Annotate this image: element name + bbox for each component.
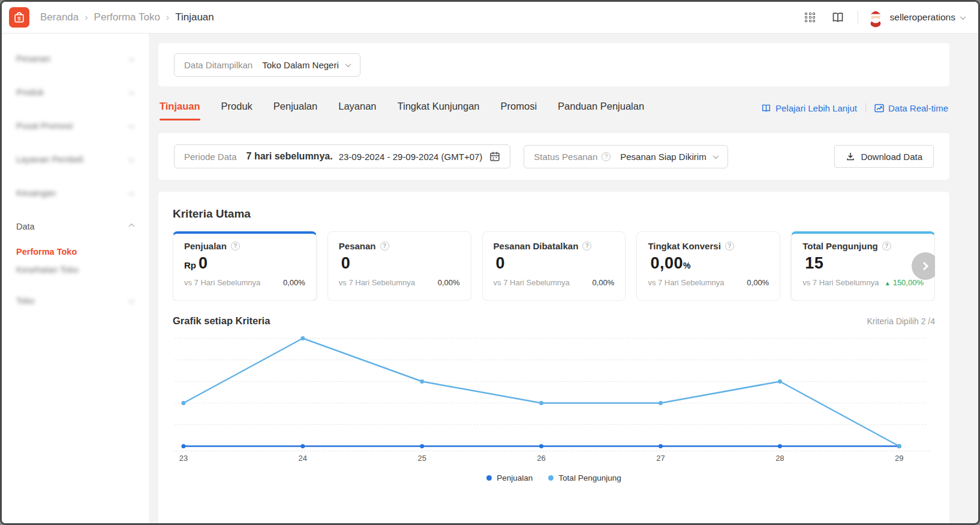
- metric-card[interactable]: Penjualan Rp0 vs 7 Hari Sebelumnya0,00%: [173, 231, 317, 301]
- metric-change: 0,00%: [747, 278, 769, 287]
- criteria-chart-svg: 23242526272829: [173, 330, 935, 465]
- svg-text:23: 23: [179, 454, 188, 463]
- metric-compare-label: vs 7 Hari Sebelumnya: [648, 278, 724, 287]
- help-question-icon[interactable]: [882, 242, 891, 251]
- chevron-down-icon: [128, 297, 134, 303]
- metric-compare-label: vs 7 Hari Sebelumnya: [494, 278, 570, 287]
- sidebar-item-label: Pesanan: [16, 54, 50, 64]
- tab-tingkat-kunjungan[interactable]: Tingkat Kunjungan: [398, 101, 480, 120]
- svg-text:29: 29: [895, 454, 903, 463]
- metric-label: Tingkat Konversi: [648, 241, 720, 251]
- sidebar-item-label: Layanan Pembeli: [16, 155, 83, 164]
- period-data-picker[interactable]: Periode Data 7 hari sebelumnya. 23-09-20…: [174, 144, 510, 168]
- help-question-icon[interactable]: [602, 152, 611, 161]
- avatar: [867, 7, 885, 28]
- data-displayed-select[interactable]: Data Ditampilkan Toko Dalam Negeri: [174, 53, 360, 77]
- sidebar-nav: Pesanan Produk Pusat Promosi Layanan Pem…: [2, 34, 149, 523]
- help-question-icon[interactable]: [582, 242, 591, 251]
- sidebar-item-data[interactable]: Data: [2, 210, 149, 243]
- sidebar-item-pesanan[interactable]: Pesanan: [2, 42, 149, 76]
- period-preset: 7 hari sebelumnya.: [246, 151, 333, 162]
- sidebar-item-keuangan[interactable]: Keuangan: [2, 176, 149, 210]
- criteria-card: Kriteria Utama Penjualan Rp0 vs 7 Hari S…: [158, 192, 949, 523]
- sidebar-item-toko[interactable]: Toko: [2, 284, 149, 318]
- svg-text:26: 26: [537, 454, 545, 463]
- breadcrumb-item-home[interactable]: Beranda: [40, 11, 79, 23]
- metric-label: Pesanan Dibatalkan: [494, 241, 579, 251]
- metric-card[interactable]: Pesanan 0 vs 7 Hari Sebelumnya0,00%: [327, 231, 471, 301]
- download-data-button[interactable]: Download Data: [834, 145, 934, 168]
- legend-item-total-pengunjung[interactable]: Total Pengunjung: [548, 473, 621, 482]
- education-book-icon[interactable]: [829, 8, 847, 26]
- metric-cards-row: Penjualan Rp0 vs 7 Hari Sebelumnya0,00% …: [173, 231, 935, 301]
- order-status-value: Pesanan Siap Dikirim: [620, 152, 706, 162]
- sidebar-item-kesehatan-toko[interactable]: Kesehatan Toko: [2, 261, 149, 279]
- main-content: Data Ditampilkan Toko Dalam Negeri Tinja…: [149, 34, 978, 523]
- breadcrumb-item-performa-toko[interactable]: Performa Toko: [94, 11, 160, 23]
- sidebar-item-produk[interactable]: Produk: [2, 76, 149, 109]
- shopee-bag-icon: S: [11, 10, 27, 25]
- learn-more-link[interactable]: Pelajari Lebih Lanjut: [761, 103, 857, 113]
- download-icon: [846, 152, 855, 161]
- metric-card[interactable]: Tingkat Konversi 0,00% vs 7 Hari Sebelum…: [636, 231, 780, 301]
- tab-penjualan[interactable]: Penjualan: [273, 101, 317, 120]
- metric-compare-label: vs 7 Hari Sebelumnya: [339, 278, 415, 287]
- sidebar-item-pusat-promosi[interactable]: Pusat Promosi: [2, 109, 149, 143]
- sidebar-item-label: Toko: [16, 296, 35, 306]
- legend-label: Total Pengunjung: [558, 473, 621, 482]
- carousel-next-button[interactable]: [912, 252, 935, 280]
- legend-item-penjualan[interactable]: Penjualan: [486, 473, 533, 482]
- order-status-select[interactable]: Status Pesanan Pesanan Siap Dikirim: [524, 145, 728, 168]
- chart-legend: Penjualan Total Pengunjung: [173, 473, 935, 498]
- help-question-icon[interactable]: [380, 242, 389, 251]
- order-status-label: Status Pesanan: [534, 152, 597, 162]
- metric-compare-label: vs 7 Hari Sebelumnya: [184, 278, 260, 287]
- sidebar-item-label: Pusat Promosi: [16, 121, 73, 131]
- tab-produk[interactable]: Produk: [221, 101, 252, 120]
- learn-more-label: Pelajari Lebih Lanjut: [775, 103, 857, 113]
- metric-label: Pesanan: [339, 241, 376, 251]
- criteria-chart: 23242526272829: [173, 330, 935, 465]
- chevron-down-icon: [128, 122, 134, 128]
- chevron-down-icon: [128, 55, 134, 61]
- legend-dot-icon: [548, 475, 554, 481]
- apps-grid-icon[interactable]: [801, 8, 819, 26]
- shopee-logo-icon[interactable]: S: [9, 7, 29, 28]
- metric-change: 0,00%: [283, 278, 305, 287]
- sidebar-item-label: Produk: [16, 88, 44, 97]
- chevron-down-icon: [345, 61, 351, 67]
- account-menu[interactable]: selleroperations: [867, 7, 965, 28]
- realtime-data-link[interactable]: Data Real-time: [874, 103, 948, 113]
- open-book-icon: [761, 104, 771, 113]
- sidebar-item-layanan-pembeli[interactable]: Layanan Pembeli: [2, 143, 149, 176]
- svg-text:25: 25: [417, 454, 426, 463]
- metric-change: 150,00%: [885, 278, 924, 287]
- metric-value: 0: [496, 254, 506, 272]
- tab-tinjauan[interactable]: Tinjauan: [160, 101, 200, 120]
- svg-text:S: S: [17, 16, 21, 22]
- sidebar-item-performa-toko[interactable]: Performa Toko: [2, 243, 149, 261]
- tab-layanan[interactable]: Layanan: [338, 101, 376, 120]
- metric-suffix: %: [683, 261, 690, 270]
- metric-compare-label: vs 7 Hari Sebelumnya: [802, 278, 879, 287]
- tab-promosi[interactable]: Promosi: [501, 101, 537, 120]
- top-header: S Beranda Performa Toko Tinjauan: [2, 2, 978, 34]
- tab-panduan-penjualan[interactable]: Panduan Penjualan: [558, 101, 644, 120]
- criteria-title: Kriteria Utama: [173, 207, 935, 221]
- help-question-icon[interactable]: [231, 242, 240, 251]
- help-question-icon[interactable]: [725, 242, 734, 251]
- period-data-label: Periode Data: [184, 152, 237, 162]
- sidebar-item-label: Data: [16, 222, 35, 231]
- metric-label: Total Pengunjung: [802, 241, 878, 251]
- link-divider: [865, 103, 866, 113]
- metric-label: Penjualan: [184, 241, 227, 251]
- tabs: Tinjauan Produk Penjualan Layanan Tingka…: [160, 101, 644, 120]
- chevron-down-icon: [713, 153, 719, 159]
- calendar-icon: [489, 151, 500, 162]
- metric-card[interactable]: Pesanan Dibatalkan 0 vs 7 Hari Sebelumny…: [482, 231, 626, 301]
- chevron-down-icon: [128, 156, 134, 161]
- legend-dot-icon: [486, 475, 492, 481]
- seller-centre-window: S Beranda Performa Toko Tinjauan: [0, 0, 980, 525]
- criteria-selected-note: Kriteria Dipilih 2 /4: [867, 316, 935, 326]
- account-name: selleroperations: [890, 12, 955, 23]
